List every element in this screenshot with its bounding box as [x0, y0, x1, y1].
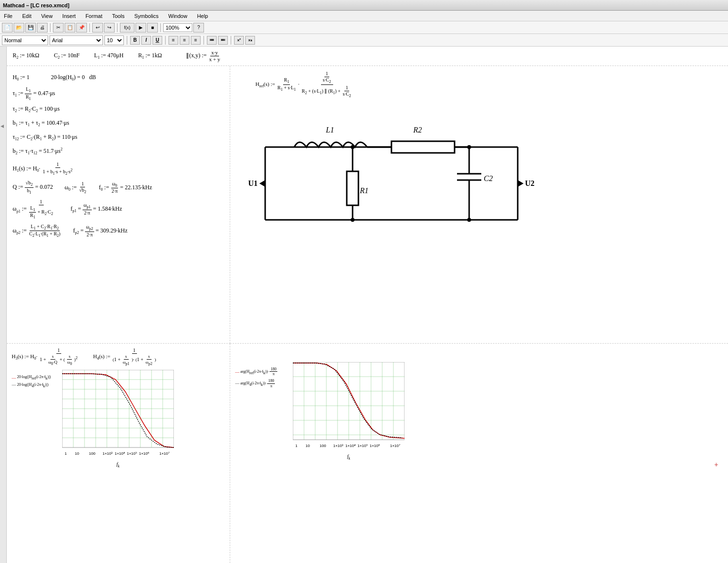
italic-button[interactable]: I — [141, 36, 151, 45]
svg-text:1×10⁶: 1×10⁶ — [370, 444, 380, 448]
superscript-button[interactable]: x² — [234, 36, 244, 45]
help-btn[interactable]: ? — [193, 23, 204, 33]
main-toolbar: 📄 📂 💾 🖨 ✂ 📋 📌 ↩ ↪ f(x) ▶ ■ 100% 75% 150%… — [0, 21, 728, 34]
left-chart-ylabel: — 20·log(|Href(i·2π·fk)|) ···· 20·log(|H… — [12, 375, 60, 388]
menu-help[interactable]: Help — [195, 12, 210, 20]
menu-view[interactable]: View — [39, 12, 55, 20]
tau12-def: τ12 := C2·(R1 + R2) = 110·μs — [13, 132, 77, 143]
right-bode-chart: 0 –50 –100 –150 1 10 100 — [293, 362, 405, 452]
h0-def: H0 := 1 — [13, 72, 30, 83]
sep3 — [117, 23, 118, 32]
b1-row: b1 := τ1 + τ2 = 100.47·μs — [13, 118, 224, 129]
ylabel-href-phase: arg(Href(i·2π·fk))· 180 π — [240, 367, 277, 377]
href-formula: Href(s) := R1 R1 + s·L1 · 1 s·C2 — [255, 71, 722, 98]
svg-text:1×10⁴: 1×10⁴ — [345, 444, 356, 448]
fmt-sep4 — [231, 36, 231, 45]
omegap2-def: ωp2 := L1 + C2·R1·R2 C2·L1·(R1 + R2) — [13, 224, 61, 238]
sep2 — [89, 23, 90, 32]
svg-text:1: 1 — [65, 451, 67, 456]
omegap1-def: ωp1 := 1 L1 R1 + R2·C2 — [13, 199, 54, 220]
left-margin: ▶ — [0, 47, 7, 563]
save-button[interactable]: 💾 — [25, 23, 36, 33]
junction-C2-bot — [467, 218, 471, 222]
sep1 — [50, 23, 51, 32]
ylabel-h4: 20·log(|H4(i·2π·fk)|) — [17, 382, 49, 388]
page-indicator: ▶ — [0, 124, 5, 129]
main-area: ▶ R2 := 10kΩ C2 := 10nF L1 := 470μH R1 :… — [0, 47, 728, 563]
menu-symbolics[interactable]: Symbolics — [132, 12, 160, 20]
menu-edit[interactable]: Edit — [20, 12, 34, 20]
left-chart-area: — 20·log(|Href(i·2π·fk)|) ···· 20·log(|H… — [12, 370, 225, 468]
font-select[interactable]: Arial — [50, 35, 103, 45]
ylabel-h4-phase: arg(H4(i·2π·fk))· 180 π — [240, 379, 275, 388]
tau1-row: τ1 := L1 R1 = 0.47·μs — [13, 86, 224, 101]
quadrant-grid: H0 := 1 20·log(H0) = 0 dB τ1 := L1 R1 = … — [7, 66, 728, 563]
align-left-button[interactable]: ≡ — [169, 36, 178, 45]
h4-def: H4(s) := 1 (1 + s ωp1 )· (1 + — [93, 348, 157, 366]
cut-button[interactable]: ✂ — [53, 23, 64, 33]
junction-R1-bot — [351, 218, 355, 222]
style-select[interactable]: Normal — [2, 35, 48, 45]
h0-row: H0 := 1 20·log(H0) = 0 dB — [13, 72, 224, 83]
undo-button[interactable]: ↩ — [92, 23, 103, 33]
calc-button[interactable]: ▶ — [135, 23, 146, 33]
list2-button[interactable]: ≕ — [218, 36, 228, 45]
omega0-def: ω0 := 1 √b2 — [65, 181, 87, 195]
quadrant-bottom-right: — arg(Href(i·2π·fk))· 180 π ···· arg(H4(… — [230, 344, 728, 563]
new-button[interactable]: 📄 — [2, 23, 13, 33]
junction-R1-top — [351, 145, 355, 149]
align-right-button[interactable]: ≡ — [191, 36, 201, 45]
open-button[interactable]: 📂 — [14, 23, 24, 33]
U1-arrow — [259, 180, 265, 187]
menu-bar: File Edit View Insert Format Tools Symbo… — [0, 11, 728, 21]
left-bode-chart: 0 –20 –40 –60 –80 1 10 1 — [62, 370, 174, 460]
left-chart-container: 0 –20 –40 –60 –80 1 10 1 — [62, 370, 174, 468]
left-chart-xlabel: fk — [62, 462, 174, 468]
svg-text:100: 100 — [320, 444, 326, 448]
h0-log: 20·log(H0) = 0 dB — [51, 72, 96, 83]
paste-button[interactable]: 📌 — [76, 23, 87, 33]
svg-text:1×10⁶: 1×10⁶ — [139, 451, 149, 456]
stop-button[interactable]: ■ — [147, 23, 158, 33]
b2-def: b2 := τ1·τ12 = 51.7·μs2 — [13, 146, 63, 157]
copy-button[interactable]: 📋 — [65, 23, 75, 33]
U2-arrow — [518, 180, 524, 187]
junction-C2-top — [467, 145, 471, 149]
menu-tools[interactable]: Tools — [110, 12, 127, 20]
print-button[interactable]: 🖨 — [37, 23, 48, 33]
subscript-button[interactable]: x₂ — [245, 36, 255, 45]
fmt-sep3 — [203, 36, 204, 45]
omegap2-row: ωp2 := L1 + C2·R1·R2 C2·L1·(R1 + R2) fp2… — [13, 224, 224, 238]
tau2-def: τ2 := R2·C2 = 100·μs — [13, 104, 60, 115]
def-R2: R2 := 10kΩ — [13, 52, 39, 60]
right-chart-ylabel: — arg(Href(i·2π·fk))· 180 π ···· arg(H4(… — [235, 367, 291, 388]
zoom-select[interactable]: 100% 75% 150% — [163, 23, 192, 32]
menu-format[interactable]: Format — [84, 12, 104, 20]
list1-button[interactable]: ≔ — [207, 36, 217, 45]
math-content-left: H0 := 1 20·log(H0) = 0 dB τ1 := L1 R1 = … — [13, 72, 224, 238]
def-L1: L1 := 470μH — [94, 52, 124, 60]
C2-label: C2 — [484, 174, 493, 182]
svg-text:1: 1 — [295, 444, 298, 448]
plus-button[interactable]: + — [714, 461, 718, 468]
svg-text:10: 10 — [305, 444, 310, 448]
circuit-diagram: L1 R2 R1 C2 — [246, 108, 547, 244]
underline-button[interactable]: U — [152, 36, 162, 45]
omegap1-row: ωp1 := 1 L1 R1 + R2·C2 — [13, 199, 224, 220]
h3h4-row: H3(s) := H0· 1 1 + s ω0·Q + ( — [12, 348, 225, 366]
redo-button[interactable]: ↪ — [104, 23, 115, 33]
content-area: R2 := 10kΩ C2 := 10nF L1 := 470μH R1 := … — [7, 47, 728, 563]
size-select[interactable]: 10 8 12 — [104, 35, 124, 45]
bold-button[interactable]: B — [130, 36, 140, 45]
func-button[interactable]: f(x) — [120, 23, 135, 33]
definitions-row: R2 := 10kΩ C2 := 10nF L1 := 470μH R1 := … — [7, 47, 728, 66]
align-center-button[interactable]: ≡ — [180, 36, 189, 45]
L1-label: L1 — [325, 126, 334, 134]
fmt-sep1 — [127, 36, 127, 45]
menu-insert[interactable]: Insert — [60, 12, 78, 20]
format-toolbar: Normal Arial 10 8 12 B I U ≡ ≡ ≡ ≔ ≕ x² … — [0, 34, 728, 47]
b2-row: b2 := τ1·τ12 = 51.7·μs2 — [13, 146, 224, 157]
menu-window[interactable]: Window — [167, 12, 189, 20]
menu-file[interactable]: File — [2, 12, 15, 20]
svg-text:1×10³: 1×10³ — [333, 444, 343, 448]
